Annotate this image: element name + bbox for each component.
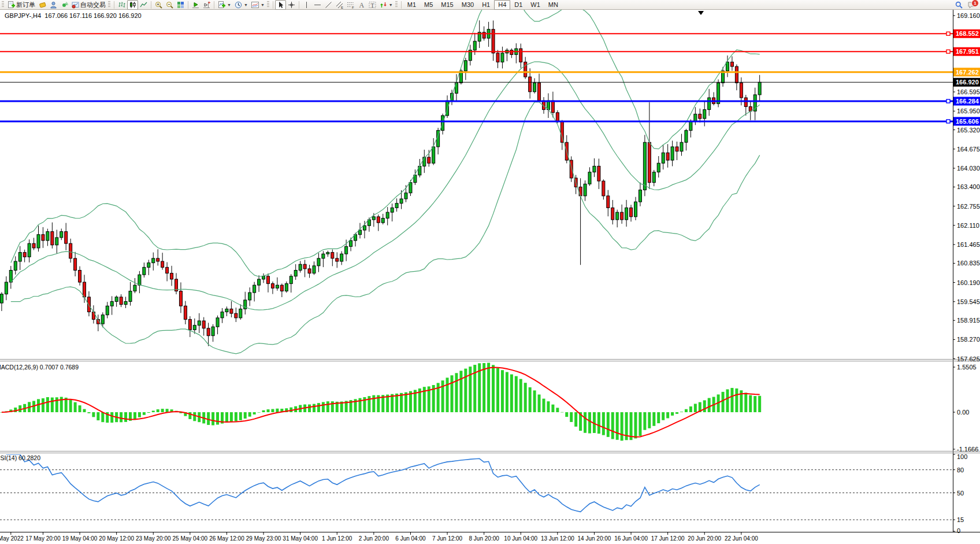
timeframe-m30[interactable]: M30 <box>458 0 478 10</box>
auto-scroll-button[interactable] <box>190 0 201 10</box>
zoom-in-icon <box>155 1 162 9</box>
new-order-button[interactable]: 新订单 <box>6 0 37 10</box>
bar-chart-mode-button[interactable] <box>116 0 127 10</box>
separator <box>114 1 114 9</box>
tile-windows-button[interactable] <box>175 0 186 10</box>
timeframe-d1[interactable]: D1 <box>510 0 526 10</box>
vertical-line-icon <box>303 1 310 9</box>
zoom-out-button[interactable] <box>164 0 175 10</box>
arrows-icon <box>380 1 387 9</box>
rsi-label: RSI(14) 60.2820 <box>0 454 40 461</box>
new-order-icon <box>8 1 15 9</box>
user-profile-icon <box>50 1 57 9</box>
dropdown-caret-icon: ▼ <box>261 3 265 7</box>
tile-windows-icon <box>177 1 184 9</box>
auto-scroll-icon <box>192 1 199 9</box>
templates-icon <box>251 1 259 9</box>
text-tool-button[interactable]: A <box>356 0 367 10</box>
timeframe-h1[interactable]: H1 <box>478 0 494 10</box>
chart-window[interactable]: 169.160166.595165.950165.320164.675164.0… <box>0 10 980 544</box>
notifications-button[interactable]: 1 <box>967 1 976 9</box>
svg-text:A: A <box>359 1 364 9</box>
toolbar-grip[interactable] <box>108 1 110 8</box>
timeframe-h4[interactable]: H4 <box>494 0 510 10</box>
chart-shift-button[interactable] <box>201 0 212 10</box>
timeframe-w1[interactable]: W1 <box>526 0 544 10</box>
timeframe-m1[interactable]: M1 <box>403 0 420 10</box>
notification-badge: 1 <box>971 0 979 7</box>
line-chart-icon <box>140 1 147 9</box>
cursor-tool-button[interactable] <box>275 0 286 10</box>
svg-text:T: T <box>370 2 374 8</box>
trendline-tool-button[interactable] <box>323 0 334 10</box>
price-axis[interactable] <box>953 10 980 532</box>
trendline-icon <box>325 1 332 9</box>
dropdown-caret-icon: ▼ <box>389 3 393 7</box>
metaeditor-button[interactable] <box>37 0 48 10</box>
separator <box>273 1 273 9</box>
zoom-out-icon <box>166 1 173 9</box>
crosshair-icon <box>288 1 295 9</box>
timeframe-mn[interactable]: MN <box>544 0 562 10</box>
indicators-icon <box>218 1 225 9</box>
arrows-tool-button[interactable]: ▼ <box>378 0 395 10</box>
main-toolbar: 新订单 自动交易 <box>0 0 980 10</box>
chart-shift-icon <box>203 1 210 9</box>
toolbar-right-group: 1 <box>955 1 976 9</box>
horizontal-line-icon <box>314 1 321 9</box>
date-axis[interactable] <box>0 532 980 544</box>
search-icon[interactable] <box>955 1 963 9</box>
separator <box>401 1 402 9</box>
separator <box>151 1 151 9</box>
svg-text:F: F <box>352 5 354 9</box>
timeframe-m15[interactable]: M15 <box>437 0 457 10</box>
zoom-in-button[interactable] <box>153 0 164 10</box>
toolbar-grip[interactable] <box>2 1 4 8</box>
panel-divider-macd[interactable] <box>0 358 953 362</box>
signals-button[interactable] <box>59 0 70 10</box>
auto-trading-icon <box>72 1 79 9</box>
auto-trading-button[interactable]: 自动交易 <box>70 0 107 10</box>
svg-text:E: E <box>341 5 343 9</box>
panel-divider-rsi[interactable] <box>0 450 953 454</box>
indicators-button[interactable]: ▼ <box>216 0 233 10</box>
fibonacci-icon: F <box>347 1 354 9</box>
line-chart-mode-button[interactable] <box>138 0 149 10</box>
cursor-icon <box>277 1 284 9</box>
macd-label: MACD(12,26,9) 0.7007 0.7689 <box>0 364 79 371</box>
toolbar-grip[interactable] <box>395 1 398 8</box>
text-icon: A <box>358 1 365 9</box>
separator <box>188 1 188 9</box>
channel-tool-button[interactable]: E <box>334 0 345 10</box>
separator <box>299 1 299 9</box>
signals-icon <box>61 1 68 9</box>
toolbar-grip[interactable] <box>267 1 269 8</box>
dropdown-caret-icon: ▼ <box>244 3 248 7</box>
candlestick-mode-button[interactable] <box>127 0 138 10</box>
crosshair-tool-button[interactable] <box>286 0 297 10</box>
text-label-tool-button[interactable]: T <box>367 0 378 10</box>
clock-icon <box>235 1 242 9</box>
metaeditor-icon <box>39 1 46 9</box>
bar-chart-icon <box>118 1 125 9</box>
separator <box>214 1 214 9</box>
chart-canvas[interactable]: 169.160166.595165.950165.320164.675164.0… <box>0 0 980 544</box>
periods-button[interactable]: ▼ <box>233 0 250 10</box>
text-label-icon: T <box>369 1 376 9</box>
dropdown-caret-icon: ▼ <box>227 3 231 7</box>
fibonacci-tool-button[interactable]: F <box>345 0 356 10</box>
templates-button[interactable]: ▼ <box>250 0 266 10</box>
timeframe-m5[interactable]: M5 <box>420 0 437 10</box>
new-order-label: 新订单 <box>16 1 35 9</box>
horizontal-line-tool-button[interactable] <box>312 0 323 10</box>
chart-ohlc-header: GBPJPY-,H4 167.066 167.116 166.920 166.9… <box>5 12 142 19</box>
equidistant-channel-icon: E <box>336 1 343 9</box>
vertical-line-tool-button[interactable] <box>301 0 312 10</box>
candlestick-icon <box>129 1 136 9</box>
auto-trading-label: 自动交易 <box>80 1 106 9</box>
profile-button[interactable] <box>48 0 59 10</box>
